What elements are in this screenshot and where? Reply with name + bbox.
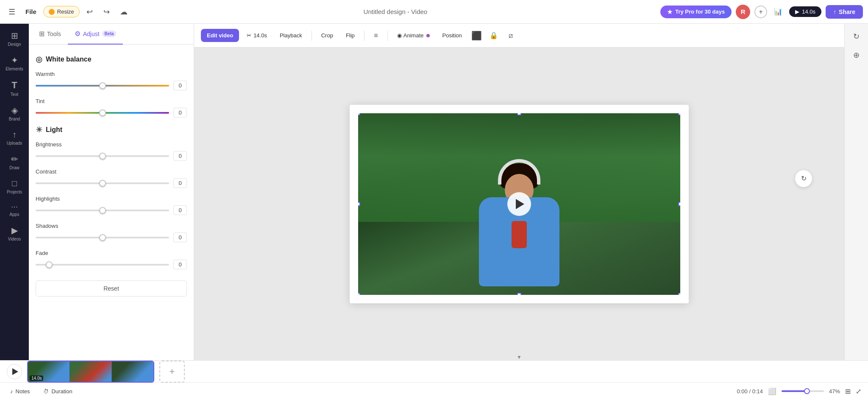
view-mode-icon[interactable]: ⬜	[768, 387, 776, 395]
sidebar-label-text: Text	[11, 92, 18, 97]
shadows-value[interactable]: 0	[173, 232, 187, 242]
tab-tools[interactable]: ⊞ Tools	[32, 24, 68, 45]
warmth-value[interactable]: 0	[173, 81, 187, 90]
panel-content: ◎ White balance Warmth 0 Tint	[29, 45, 194, 360]
contrast-label: Contrast	[36, 168, 187, 175]
warmth-track[interactable]	[36, 85, 169, 87]
collapse-arrows[interactable]: ▼	[517, 354, 522, 360]
brightness-track[interactable]	[36, 155, 169, 157]
brightness-value[interactable]: 0	[173, 151, 187, 161]
timeline-play-button[interactable]	[7, 364, 22, 379]
sidebar-item-brand[interactable]: ◈ Brand	[2, 102, 27, 125]
share-button[interactable]: ↑ Share	[826, 5, 863, 19]
file-button[interactable]: File	[22, 6, 40, 17]
analytics-icon[interactable]: 📊	[771, 5, 785, 19]
sidebar-item-projects[interactable]: □ Projects	[2, 175, 27, 198]
zoom-fit-button[interactable]: ⊕	[849, 48, 864, 63]
fullscreen-button[interactable]: ⤢	[856, 387, 861, 395]
highlights-thumb[interactable]	[99, 207, 106, 214]
zoom-knob[interactable]	[804, 388, 810, 394]
handle-bottom-right[interactable]	[678, 293, 680, 295]
fade-thumb[interactable]	[46, 261, 53, 268]
redo-button[interactable]: ↪	[100, 5, 114, 19]
sidebar-item-design[interactable]: ⊞ Design	[2, 27, 27, 50]
timeline-clip[interactable]: 14.0s	[27, 361, 154, 383]
add-collaborator-button[interactable]: +	[754, 6, 767, 18]
contrast-thumb[interactable]	[99, 180, 106, 187]
highlights-slider-row: 0	[36, 205, 187, 215]
tint-track[interactable]	[36, 112, 169, 114]
tint-value[interactable]: 0	[173, 108, 187, 118]
animate-button[interactable]: ◉ Animate	[392, 29, 435, 42]
shadows-track[interactable]	[36, 237, 169, 238]
color-picker-icon[interactable]: ⬛	[470, 28, 484, 43]
status-right: 0:00 / 0:14 ⬜ 47% ⊞ ⤢	[737, 387, 861, 395]
contrast-value[interactable]: 0	[173, 178, 187, 188]
sidebar-item-apps[interactable]: ⋯ Apps	[2, 199, 27, 220]
clip-segment-3[interactable]	[112, 361, 153, 382]
warmth-thumb[interactable]	[99, 82, 106, 89]
tint-thumb[interactable]	[99, 109, 106, 116]
resize-button[interactable]: Resize	[43, 6, 80, 17]
menu-icon[interactable]: ☰	[5, 5, 19, 19]
headphone-arc	[498, 159, 540, 185]
handle-bottom-center[interactable]	[517, 293, 521, 295]
notes-label: Notes	[16, 388, 30, 395]
fade-track[interactable]	[36, 264, 169, 266]
clip-duration-label: 14.0s	[30, 375, 43, 381]
sidebar-item-uploads[interactable]: ↑ Uploads	[2, 126, 27, 149]
rotate-button[interactable]: ↻	[795, 170, 812, 187]
highlights-value[interactable]: 0	[173, 205, 187, 215]
handle-top-right[interactable]	[678, 113, 680, 115]
sidebar-item-elements[interactable]: ✦ Elements	[2, 52, 27, 75]
sidebar-label-uploads: Uploads	[7, 141, 22, 146]
lock-icon[interactable]: 🔒	[487, 28, 501, 43]
status-bar: ♪ Notes ⏱ Duration 0:00 / 0:14 ⬜ 47% ⊞ ⤢	[0, 383, 868, 400]
sidebar-item-text[interactable]: T Text	[2, 76, 27, 100]
handle-middle-left[interactable]	[358, 202, 360, 206]
sidebar-item-draw[interactable]: ✏ Draw	[2, 151, 27, 174]
highlights-track[interactable]	[36, 210, 169, 211]
play-duration-badge[interactable]: ▶ 14.0s	[789, 6, 821, 17]
rotate-right-button[interactable]: ↻	[849, 29, 864, 44]
cloud-save-button[interactable]: ☁	[117, 5, 131, 19]
grid-view-button[interactable]: ⊞	[845, 387, 851, 395]
duration-button[interactable]: ✂ 14.0s	[242, 29, 272, 42]
tools-tab-icon: ⊞	[39, 30, 45, 38]
fade-slider-group: Fade 0	[36, 250, 187, 269]
handle-bottom-left[interactable]	[358, 293, 360, 295]
playback-button[interactable]: Playback	[275, 29, 307, 42]
reset-button[interactable]: Reset	[36, 280, 187, 297]
notes-button[interactable]: ♪ Notes	[7, 386, 33, 397]
crop-button[interactable]: Crop	[316, 29, 338, 42]
contrast-track[interactable]	[36, 182, 169, 184]
try-pro-button[interactable]: ★ Try Pro for 30 days	[660, 6, 732, 18]
flip-button[interactable]: Flip	[341, 29, 360, 42]
pro-star-icon: ★	[667, 8, 673, 15]
collapse-arrow-icon: ▼	[517, 354, 522, 360]
avatar[interactable]: R	[736, 5, 750, 19]
handle-top-left[interactable]	[358, 113, 360, 115]
handle-middle-right[interactable]	[678, 202, 680, 206]
hamburger-icon[interactable]: ≡	[369, 28, 383, 43]
brightness-thumb[interactable]	[99, 153, 106, 160]
tab-adjust[interactable]: ⚙ Adjust Beta	[68, 24, 123, 45]
undo-button[interactable]: ↩	[83, 5, 97, 19]
clip-segment-1[interactable]: 14.0s	[28, 361, 70, 382]
sidebar-item-videos[interactable]: ▶ Videos	[2, 222, 27, 245]
videos-icon: ▶	[11, 225, 18, 235]
toolbar-divider-3	[387, 31, 388, 41]
shadows-thumb[interactable]	[99, 234, 106, 241]
position-button[interactable]: Position	[437, 29, 467, 42]
zoom-slider[interactable]	[782, 390, 824, 392]
video-play-button[interactable]	[507, 192, 531, 216]
filter-icon[interactable]: ⧄	[504, 28, 518, 43]
add-clip-button[interactable]: +	[159, 361, 185, 383]
clip-segment-2[interactable]	[70, 361, 112, 382]
fade-value[interactable]: 0	[173, 260, 187, 269]
video-canvas	[350, 105, 689, 303]
video-frame[interactable]	[358, 113, 680, 295]
duration-button-status[interactable]: ⏱ Duration	[40, 386, 75, 397]
handle-top-center[interactable]	[517, 113, 521, 115]
edit-video-button[interactable]: Edit video	[201, 29, 239, 42]
